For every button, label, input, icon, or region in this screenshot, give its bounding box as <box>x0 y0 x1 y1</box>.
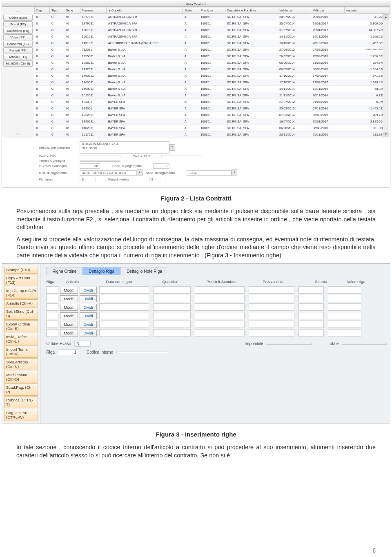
table-row[interactable]: 0C461513031Baxter S.p.A.A100151SO.RE.SA.… <box>35 92 390 99</box>
line-input[interactable] <box>195 295 245 302</box>
dropdown-icon[interactable]: ▾ <box>232 169 237 176</box>
line-input[interactable] <box>195 312 245 319</box>
riga-input[interactable] <box>46 312 58 319</box>
cig-field[interactable] <box>80 156 120 157</box>
sidebar-button[interactable]: Export Ordine (Ctrl-E) <box>4 320 38 332</box>
line-input[interactable] <box>328 312 361 319</box>
line-input[interactable] <box>153 295 191 302</box>
termini-field[interactable] <box>80 160 120 162</box>
column-header[interactable]: Serie <box>64 7 80 14</box>
sidebar-button[interactable]: Invio_Dafne (Ctrl-U) <box>4 333 38 345</box>
desc-value[interactable]: B.BRAUN MILANO S.p.A. REP.96/10 <box>80 141 169 154</box>
column-header[interactable]: Importo <box>345 7 390 14</box>
dropdown-icon[interactable]: ▾ <box>137 169 143 176</box>
sidebar-button[interactable]: Rubrica (CTRL-T) <box>4 396 38 408</box>
sidebar-button[interactable]: Copy Art.Cont. (F13) <box>4 274 38 286</box>
modif-button[interactable]: Modif. <box>60 304 78 311</box>
riga-input[interactable] <box>46 321 58 328</box>
dividi-button[interactable]: Dividi <box>80 304 96 311</box>
sidebar-button[interactable]: Cng. Ins. Art. (CTRL-W) <box>4 409 38 421</box>
line-input[interactable] <box>153 312 191 319</box>
line-input[interactable] <box>249 321 294 328</box>
line-input[interactable] <box>99 295 149 302</box>
sidebar-button[interactable]: Articoli (F11) <box>3 54 33 60</box>
table-row[interactable]: 0C461451031AUROBINDO PHARMA (ITALIA) SRL… <box>35 40 390 47</box>
line-input[interactable] <box>99 286 149 294</box>
imponibile-field[interactable] <box>267 343 312 345</box>
sidebar-button[interactable]: Uscita (Esc) <box>3 15 33 21</box>
table-row[interactable]: 0C46782031Baxter S.p.A.A100151SO.RE.SA. … <box>35 47 390 53</box>
table-row[interactable]: 0C461501031ASTRAZENECA SPAA100151SO.RE.S… <box>35 33 390 40</box>
line-input[interactable] <box>153 329 191 336</box>
column-header[interactable]: Oggetto <box>107 7 183 14</box>
dropdown-icon[interactable]: ▾ <box>169 144 175 151</box>
cond-field[interactable]: 8 <box>153 163 169 169</box>
sidebar-button[interactable]: Economia (F8) <box>3 41 33 47</box>
modif-button[interactable]: Modif. <box>60 321 78 328</box>
sidebar-button[interactable]: Annullo (Ctrl-A) <box>4 299 38 307</box>
sidebar-button[interactable]: Sost.Articolo (Ctrl-N) <box>4 358 38 370</box>
table-row[interactable]: 0C46683031BAYER SPAA100151SO.RE.SA. SPA2… <box>35 99 390 105</box>
dividi-button[interactable]: Dividi <box>80 330 96 336</box>
table-row[interactable]: 0C461288031Baxter S.p.A.A100151SO.RE.SA.… <box>35 60 390 66</box>
sidebar-button[interactable]: Stampa (F10) <box>4 266 38 274</box>
line-input[interactable] <box>298 286 324 294</box>
line-input[interactable] <box>298 312 324 319</box>
modif-button[interactable]: Modif. <box>60 330 78 336</box>
scroll-down-icon[interactable]: ﹀ <box>2 131 34 138</box>
ordine-evaso-field[interactable]: N <box>74 341 91 347</box>
dividi-button[interactable]: Dividi <box>80 295 96 302</box>
column-header[interactable]: Valido da <box>278 7 311 14</box>
sidebar-button[interactable]: Periodi (F9) <box>3 47 33 53</box>
column-header[interactable]: Fornitore <box>199 7 225 14</box>
line-input[interactable] <box>328 321 361 328</box>
column-header[interactable]: Valido a <box>311 7 345 14</box>
line-input[interactable] <box>99 321 149 328</box>
modif-button[interactable]: Modif. <box>60 295 78 302</box>
line-input[interactable] <box>298 303 324 311</box>
scrollbar[interactable]: ▴ ▾ <box>383 14 389 137</box>
tab[interactable]: Righe Ordine <box>46 267 82 275</box>
sidebar-button[interactable]: Mod.Testata (Ctrl-O) <box>4 371 38 383</box>
column-header[interactable]: Stato <box>183 7 199 14</box>
table-row[interactable]: 0C461402031BAYER SPAA100151SO.RE.SA. SPA… <box>35 125 390 131</box>
line-input[interactable] <box>249 303 294 311</box>
table-row[interactable]: 0C461517031BAYER SPAA100151SO.RE.SA. SPA… <box>35 131 390 138</box>
table-row[interactable]: 0C461460031Baxter S.p.A.A100151SO.RE.SA.… <box>35 73 390 79</box>
riga-field[interactable]: 1 <box>58 349 78 355</box>
riga-input[interactable] <box>46 329 58 336</box>
dividi-button[interactable]: Dividi <box>80 312 96 319</box>
table-row[interactable]: 0C461377031ASTRAZENECA SPAA100151SO.RE.S… <box>35 14 390 20</box>
line-input[interactable] <box>99 312 149 319</box>
sidebar-button[interactable]: Import Term. (Ctrl-K) <box>4 345 38 358</box>
pluri-field[interactable]: S <box>80 177 96 182</box>
table-row[interactable]: 0C461469031Baxter S.p.A.A100151SO.RE.SA.… <box>35 79 390 86</box>
table-row[interactable]: 0C461195031Baxter S.p.A.A100151SO.RE.SA.… <box>35 53 390 60</box>
sidebar-button[interactable]: Imp.Comp.e.C.Pr (F14) <box>4 287 38 299</box>
line-input[interactable] <box>249 295 294 302</box>
table-row[interactable]: 0C461379031ASTRAZENECA SPAA100151SO.RE.S… <box>35 20 390 27</box>
table-row[interactable]: 0C461498031Baxter S.p.A.A100151SO.RE.SA.… <box>35 86 390 92</box>
line-input[interactable] <box>195 329 245 336</box>
sidebar-button[interactable]: Sel. liStino (Ctrl-S) <box>4 307 38 320</box>
totale-field[interactable] <box>342 343 387 345</box>
riga-input[interactable] <box>46 295 58 302</box>
gg-field[interactable]: 30 <box>80 163 100 169</box>
mod-field[interactable]: BONIFICO 90 GG DATA REGI <box>80 170 137 176</box>
tab[interactable]: Dettaglio Note Riga <box>120 267 168 275</box>
sidebar-button[interactable]: Visua (F7) <box>3 34 33 40</box>
column-header[interactable]: Dep. <box>35 7 50 14</box>
line-input[interactable] <box>328 295 361 302</box>
column-header[interactable]: Tipo <box>50 7 64 14</box>
sidebar-button[interactable]: Scegli (F2) <box>3 21 33 27</box>
table-row[interactable]: 0C461381031ASTRAZENECA SPAA100151SO.RE.S… <box>35 27 390 33</box>
line-input[interactable] <box>153 321 191 328</box>
line-input[interactable] <box>249 312 294 319</box>
sidebar-button[interactable]: Scad.Pag. (Ctrl-P) <box>4 383 38 396</box>
per-field[interactable]: S <box>149 177 165 182</box>
table-row[interactable]: 0C461432031Baxter S.p.A.A100151SO.RE.SA.… <box>35 66 390 73</box>
line-input[interactable] <box>99 329 149 336</box>
riga-input[interactable] <box>46 286 58 294</box>
line-input[interactable] <box>195 303 245 311</box>
line-input[interactable] <box>195 321 245 328</box>
